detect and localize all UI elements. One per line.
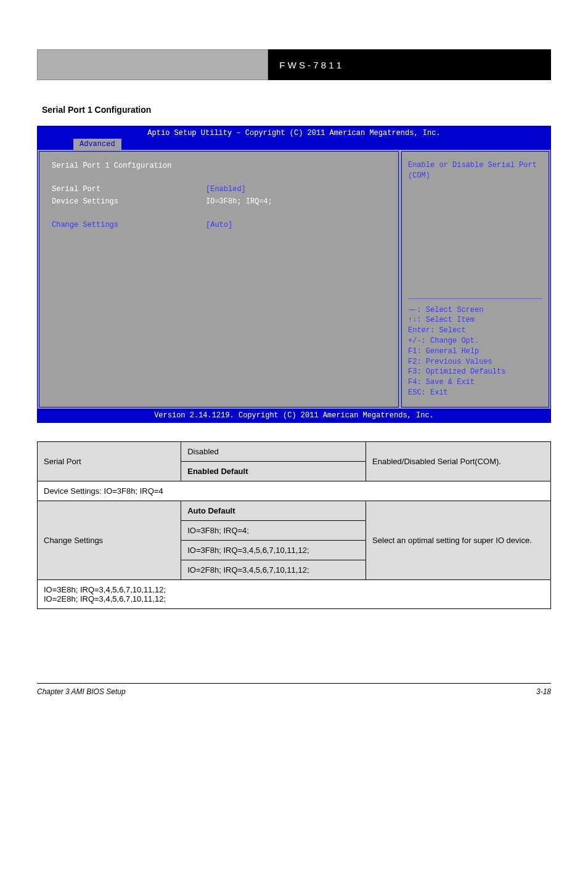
footer-left: Chapter 3 AMI BIOS Setup bbox=[37, 687, 126, 696]
page-footer: Chapter 3 AMI BIOS Setup 3-18 bbox=[37, 687, 551, 696]
cell-note-line2: IO=2E8h; IRQ=3,4,5,6,7,10,11,12; bbox=[44, 594, 544, 604]
cell-change-opt0-text: Auto bbox=[187, 506, 206, 515]
cell-device-settings: Device Settings: IO=3F8h; IRQ=4 bbox=[38, 481, 551, 501]
bios-value-change-settings[interactable]: [Auto] bbox=[206, 219, 390, 231]
nav-select-screen: →←: Select Screen bbox=[408, 305, 542, 316]
cell-change-opt0: Auto Default bbox=[181, 501, 366, 521]
tab-advanced[interactable]: Advanced bbox=[73, 139, 121, 150]
bios-title: Aptio Setup Utility – Copyright (C) 2011… bbox=[38, 126, 550, 137]
bios-item-serial-port[interactable]: Serial Port bbox=[52, 184, 206, 195]
cell-change-opt1: IO=3F8h; IRQ=4; bbox=[181, 521, 366, 541]
cell-serial-port-summary: Enabled/Disabled Serial Port(COM). bbox=[366, 442, 551, 481]
bios-screenshot: Aptio Setup Utility – Copyright (C) 2011… bbox=[37, 126, 551, 423]
nav-save-exit: F4: Save & Exit bbox=[408, 377, 542, 388]
bios-nav-hints: →←: Select Screen ↑↓: Select Item Enter:… bbox=[408, 305, 542, 398]
bios-item-device-settings: Device Settings bbox=[52, 196, 206, 208]
nav-optimized-defaults: F3: Optimized Defaults bbox=[408, 367, 542, 377]
cell-serial-port-opt0: Disabled bbox=[181, 442, 366, 462]
options-table: Serial Port Disabled Enabled/Disabled Se… bbox=[37, 441, 551, 609]
bios-main-panel: Serial Port 1 Configuration Serial Port … bbox=[39, 151, 399, 407]
nav-previous-values: F2: Previous Values bbox=[408, 357, 542, 367]
nav-select-item: ↑↓: Select Item bbox=[408, 315, 542, 325]
cell-serial-port-default: Default bbox=[221, 467, 248, 476]
nav-change-opt: +/-: Change Opt. bbox=[408, 336, 542, 346]
cell-serial-port-opt1-text: Enabled bbox=[187, 467, 219, 476]
bios-heading: Serial Port 1 Configuration bbox=[52, 160, 206, 172]
header-left bbox=[37, 49, 268, 80]
bios-value-serial-port[interactable]: [Enabled] bbox=[206, 184, 390, 195]
cell-change-settings-label: Change Settings bbox=[38, 501, 181, 580]
bios-tab-row: Advanced bbox=[38, 137, 550, 150]
cell-note: IO=3E8h; IRQ=3,4,5,6,7,10,11,12; IO=2E8h… bbox=[38, 580, 551, 609]
nav-enter: Enter: Select bbox=[408, 325, 542, 336]
bios-help-text: Enable or Disable Serial Port (COM) bbox=[408, 160, 542, 181]
bios-item-change-settings[interactable]: Change Settings bbox=[52, 219, 206, 231]
bios-value-device-settings: IO=3F8h; IRQ=4; bbox=[206, 196, 390, 208]
bios-help-panel: Enable or Disable Serial Port (COM) →←: … bbox=[401, 151, 549, 407]
nav-esc: ESC: Exit bbox=[408, 388, 542, 398]
cell-change-settings-summary: Select an optimal setting for super IO d… bbox=[366, 501, 551, 580]
cell-change-opt2: IO=3F8h; IRQ=3,4,5,6,7,10,11,12; bbox=[181, 541, 366, 560]
page-header: F W S - 7 8 1 1 bbox=[37, 49, 551, 80]
header-right: F W S - 7 8 1 1 bbox=[268, 49, 551, 80]
footer-right: 3-18 bbox=[536, 687, 551, 696]
cell-change-opt0-default: Default bbox=[208, 506, 235, 515]
section-title: Serial Port 1 Configuration bbox=[37, 105, 551, 115]
product-model: F W S - 7 8 1 1 bbox=[279, 60, 341, 70]
cell-serial-port-opt1: Enabled Default bbox=[181, 462, 366, 481]
cell-change-opt3: IO=2F8h; IRQ=3,4,5,6,7,10,11,12; bbox=[181, 560, 366, 580]
cell-note-line1: IO=3E8h; IRQ=3,4,5,6,7,10,11,12; bbox=[44, 585, 544, 594]
nav-general-help: F1: General Help bbox=[408, 346, 542, 357]
bios-footer: Version 2.14.1219. Copyright (C) 2011 Am… bbox=[38, 409, 550, 422]
cell-serial-port-label: Serial Port bbox=[38, 442, 181, 481]
